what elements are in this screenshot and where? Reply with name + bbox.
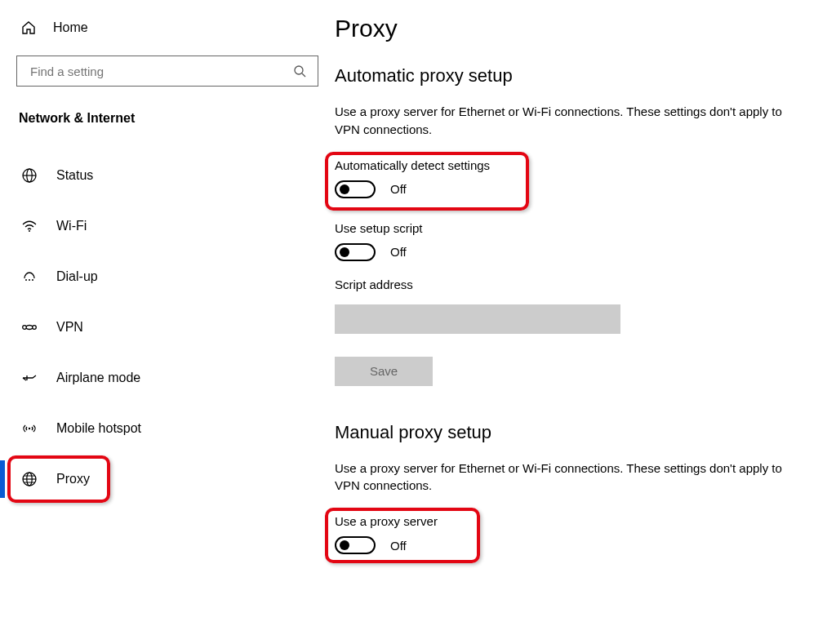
section-manual-description: Use a proxy server for Ethernet or Wi-Fi… <box>335 460 792 495</box>
use-script-label: Use setup script <box>335 221 828 235</box>
auto-detect-label: Automatically detect settings <box>335 158 490 172</box>
hotspot-icon <box>20 420 38 437</box>
globe-icon <box>20 167 38 184</box>
svg-point-7 <box>29 279 30 281</box>
dialup-icon <box>20 269 38 285</box>
use-script-toggle[interactable] <box>335 243 376 261</box>
svg-point-10 <box>33 326 37 330</box>
sidebar-item-status[interactable]: Status <box>12 150 322 201</box>
use-proxy-label: Use a proxy server <box>335 514 438 528</box>
sidebar-item-proxy[interactable]: Proxy <box>12 454 322 504</box>
use-proxy-group: Use a proxy server Off <box>330 511 442 561</box>
auto-detect-toggle[interactable] <box>335 180 376 198</box>
settings-sidebar: Home Network & Internet Status Wi-Fi Dia… <box>0 0 335 644</box>
section-auto-title: Automatic proxy setup <box>335 65 828 87</box>
category-title: Network & Internet <box>12 104 322 145</box>
sidebar-item-vpn[interactable]: VPN <box>12 302 322 353</box>
sidebar-item-label: Wi-Fi <box>56 219 87 233</box>
sidebar-item-label: Airplane mode <box>56 371 140 385</box>
home-icon <box>20 20 37 36</box>
use-proxy-toggle[interactable] <box>335 536 376 554</box>
script-address-input <box>335 304 620 334</box>
sidebar-item-label: Status <box>56 168 93 183</box>
search-icon <box>293 64 306 78</box>
page-title: Proxy <box>335 15 828 42</box>
airplane-icon <box>20 370 38 386</box>
sidebar-item-label: Dial-up <box>56 269 98 284</box>
sidebar-item-label: Mobile hotspot <box>56 421 141 436</box>
nav-list: Status Wi-Fi Dial-up VPN Airplane mode <box>12 145 322 504</box>
svg-point-5 <box>29 230 30 232</box>
home-label: Home <box>53 20 88 35</box>
section-auto-description: Use a proxy server for Ethernet or Wi-Fi… <box>335 103 792 139</box>
use-proxy-state: Off <box>390 539 407 553</box>
globe-icon <box>20 471 38 487</box>
settings-main: Proxy Automatic proxy setup Use a proxy … <box>335 0 836 644</box>
sidebar-item-hotspot[interactable]: Mobile hotspot <box>12 403 322 454</box>
use-script-state: Off <box>390 245 407 259</box>
section-manual-title: Manual proxy setup <box>335 422 828 443</box>
home-nav[interactable]: Home <box>12 16 322 47</box>
save-button: Save <box>335 357 433 386</box>
svg-point-9 <box>23 326 27 330</box>
svg-point-0 <box>295 66 303 74</box>
auto-detect-state: Off <box>390 182 407 196</box>
search-input[interactable] <box>29 64 273 79</box>
script-address-label: Script address <box>335 278 828 291</box>
sidebar-item-wifi[interactable]: Wi-Fi <box>12 201 322 251</box>
sidebar-item-label: VPN <box>56 320 83 335</box>
svg-point-11 <box>29 428 30 429</box>
vpn-icon <box>20 319 38 335</box>
wifi-icon <box>20 218 38 234</box>
svg-point-8 <box>32 279 33 281</box>
sidebar-item-airplane[interactable]: Airplane mode <box>12 353 322 403</box>
search-box[interactable] <box>16 56 318 87</box>
svg-point-6 <box>25 279 27 281</box>
svg-line-1 <box>302 73 305 77</box>
sidebar-item-dialup[interactable]: Dial-up <box>12 251 322 302</box>
auto-detect-group: Automatically detect settings Off <box>330 155 495 216</box>
sidebar-item-label: Proxy <box>56 472 90 486</box>
